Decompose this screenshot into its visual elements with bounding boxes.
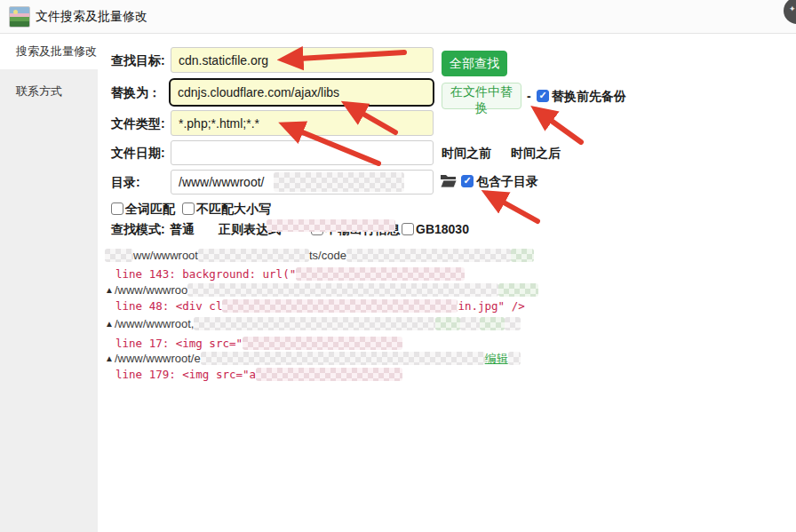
time-after-label: 时间之后 <box>511 146 561 162</box>
censored-blur <box>105 249 133 262</box>
file-path-text: /www/wwwroot, <box>115 317 195 330</box>
whole-word-label: 全词匹配 <box>125 202 175 218</box>
collapse-triangle-icon[interactable]: ▲ <box>105 285 114 295</box>
dash-separator: - <box>527 89 531 103</box>
time-before-label: 时间之前 <box>442 146 491 162</box>
censored-blur <box>194 317 435 330</box>
sidebar-item-search-batch[interactable]: 搜索及批量修改 <box>0 34 98 69</box>
replace-with-input[interactable] <box>169 78 434 107</box>
censored-blur <box>187 283 498 297</box>
sidebar-item-label: 搜索及批量修改 <box>16 44 97 58</box>
match-line-text: line 48: <div cl <box>115 299 222 313</box>
match-line-text: line 17: <img src=" <box>115 337 243 350</box>
match-line-text: line 179: <img src="a <box>115 368 256 381</box>
censored-blur <box>201 352 485 365</box>
result-row: line 48: <div clin.jpg" /> <box>105 298 525 314</box>
censored-blur <box>460 317 480 330</box>
app-icon <box>9 6 30 28</box>
censored-blur <box>480 317 505 330</box>
ignore-case-checkbox[interactable] <box>182 202 195 215</box>
search-mode-label: 查找模式: <box>111 222 165 238</box>
arrow-include-subdir <box>488 194 537 221</box>
file-path-text: ww/wwwroot <box>133 249 198 262</box>
file-path-text: /www/wwwroot/e <box>115 352 201 365</box>
gb18030-checkbox[interactable] <box>402 223 414 235</box>
censored-blur <box>296 267 465 281</box>
censored-blur <box>498 283 538 297</box>
censored-blur <box>346 249 511 262</box>
search-all-button[interactable]: 全部查找 <box>442 51 507 76</box>
title-bar: 文件搜索及批量修改 <box>0 0 796 34</box>
arrow-backup-option <box>537 110 581 142</box>
edit-link[interactable]: 编辑 <box>485 351 508 367</box>
censored-blur <box>267 219 395 232</box>
file-type-input[interactable] <box>171 110 434 136</box>
censored-blur <box>505 317 521 330</box>
include-subdir-checkbox[interactable] <box>461 175 474 187</box>
result-row: line 179: <img src="a <box>105 367 402 382</box>
replace-in-files-button[interactable]: 在文件中替换 <box>442 83 521 109</box>
censored-blur <box>508 352 521 365</box>
page-title: 文件搜索及批量修改 <box>36 0 147 33</box>
censored-blur <box>243 337 402 350</box>
result-row: line 17: <img src=" <box>105 336 402 351</box>
gb18030-label: GB18030 <box>416 222 469 236</box>
directory-label: 目录: <box>111 175 140 191</box>
find-target-input[interactable] <box>171 47 434 73</box>
censored-blur <box>274 172 404 192</box>
include-subdir-label: 包含子目录 <box>476 174 538 190</box>
result-row: line 143: background: url(" <box>105 266 465 282</box>
find-target-label: 查找目标: <box>111 53 165 69</box>
collapse-triangle-icon[interactable]: ▲ <box>105 353 114 363</box>
file-path-text: /www/wwwroo <box>115 283 187 297</box>
censored-blur <box>198 249 309 262</box>
collapse-triangle-icon[interactable]: ▲ <box>105 319 114 329</box>
replace-with-label: 替换为： <box>111 85 161 101</box>
match-line-text: in.jpg" /> <box>458 299 524 313</box>
backup-before-replace-checkbox[interactable] <box>537 90 549 102</box>
app-window: 文件搜索及批量修改 搜索及批量修改 联系方式 查找目标: 替换为： 文件类型: … <box>0 0 796 532</box>
result-row: ▲/www/wwwroot, <box>105 316 521 331</box>
censored-blur <box>435 317 460 330</box>
whole-word-checkbox[interactable] <box>111 202 123 215</box>
file-date-input[interactable] <box>171 140 434 165</box>
censored-blur <box>511 249 534 262</box>
censored-blur <box>256 368 402 381</box>
sidebar: 搜索及批量修改 联系方式 <box>0 34 98 532</box>
ignore-case-label: 不匹配大小写 <box>196 202 271 218</box>
file-type-label: 文件类型: <box>111 116 165 132</box>
sidebar-item-contact[interactable]: 联系方式 <box>0 76 98 107</box>
browse-folder-icon[interactable] <box>440 174 457 192</box>
match-line-text: line 143: background: url(" <box>115 267 296 281</box>
file-date-label: 文件日期: <box>111 146 165 162</box>
censored-blur <box>222 299 458 313</box>
result-row: ww/wwwrootts/code <box>105 248 534 263</box>
result-row: ▲/www/wwwroo <box>105 282 538 298</box>
backup-before-replace-label: 替换前先备份 <box>552 89 626 105</box>
mode-normal-option[interactable]: 普通 <box>170 222 195 238</box>
result-row: ▲/www/wwwroot/e编辑 <box>105 351 521 366</box>
sidebar-item-label: 联系方式 <box>16 84 62 98</box>
file-path-text: ts/code <box>309 249 346 262</box>
